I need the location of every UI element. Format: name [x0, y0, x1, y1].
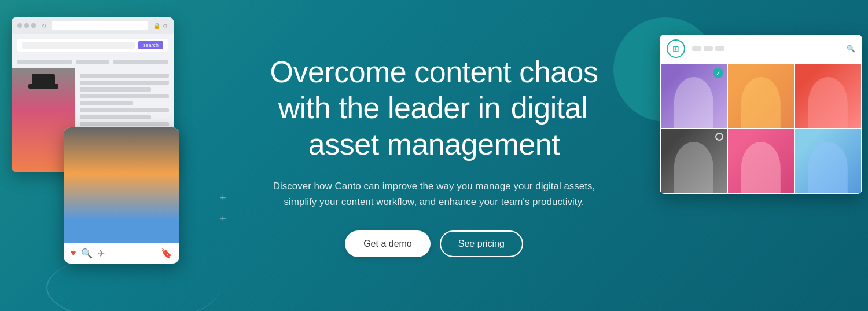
text-line-4	[80, 94, 169, 98]
nav-line-3	[113, 60, 168, 64]
settings-icon: ⚙	[163, 23, 168, 29]
dam-view-icon: ⊞	[667, 39, 685, 58]
nav-line-2	[76, 60, 109, 64]
heart-icon: ♥	[71, 248, 76, 259]
person-shape-4	[674, 142, 713, 193]
get-demo-button[interactable]: Get a demo	[345, 230, 431, 257]
toolbar-dot-1	[692, 46, 701, 51]
search-button-mock: search	[138, 41, 163, 49]
grid-cell-2	[728, 64, 794, 128]
grid-view-icon: ⊞	[672, 44, 679, 53]
asset-image-grid: ✓	[660, 63, 862, 194]
plus-icon-1: +	[220, 193, 226, 203]
social-media-image	[64, 127, 179, 243]
text-line-7	[80, 115, 151, 119]
dam-search: 🔍	[847, 45, 855, 53]
person-shape-2	[741, 77, 781, 128]
text-line-8	[80, 122, 169, 126]
cta-button-group: Get a demo See pricing	[270, 230, 598, 257]
see-pricing-button[interactable]: See pricing	[440, 230, 523, 257]
hat-brim	[28, 84, 58, 89]
grid-cell-4	[661, 129, 727, 193]
hero-section: + + ↻ 🔒 ⚙ search	[0, 0, 868, 311]
hero-subheadline: Discover how Canto can improve the way y…	[270, 178, 598, 210]
grid-cell-5	[728, 129, 794, 193]
grid-cell-1: ✓	[661, 64, 727, 128]
selection-circle-4	[715, 133, 723, 141]
browser-action-icons: 🔒 ⚙	[153, 23, 168, 29]
browser-dot-1	[17, 23, 22, 28]
selection-checkmark-1: ✓	[713, 68, 723, 78]
text-line-2	[80, 81, 169, 85]
plus-icon-2: +	[220, 214, 226, 224]
right-dam-mockup: ⊞ 🔍 ✓	[660, 35, 862, 194]
search-icon: 🔍	[81, 248, 93, 259]
search-input-mock	[22, 42, 135, 49]
text-line-1	[80, 74, 169, 78]
person-shape-5	[741, 142, 781, 193]
headline-highlight: digital	[509, 91, 590, 125]
grid-cell-6	[795, 129, 861, 193]
toolbar-dot-3	[715, 46, 724, 51]
browser-dot-3	[31, 23, 36, 28]
hero-headline: Overcome content chaos with the leader i…	[270, 54, 598, 162]
browser-url-bar	[52, 21, 148, 30]
browser-dot-2	[24, 23, 29, 28]
search-magnifier-icon: 🔍	[847, 45, 855, 53]
browser-window-controls	[17, 23, 36, 28]
nav-line-1	[17, 60, 72, 64]
dancing-person-image	[64, 127, 179, 243]
person-shape-1	[674, 77, 713, 128]
refresh-icon: ↻	[42, 23, 46, 29]
headline-line-1: Overcome content chaos	[270, 55, 598, 89]
social-media-footer: ♥ 🔍 ✈ 🔖	[64, 243, 179, 264]
text-line-6	[80, 108, 169, 112]
bookmark-icon: 🔖	[161, 248, 172, 259]
headline-line-2: with the leader in digital	[278, 91, 590, 125]
lock-icon: 🔒	[153, 23, 160, 29]
browser-toolbar: ↻ 🔒 ⚙	[12, 17, 174, 34]
social-action-icons: ♥ 🔍 ✈	[71, 248, 105, 259]
text-line-3	[80, 87, 151, 92]
share-icon: ✈	[97, 248, 105, 259]
hero-center-content: Overcome content chaos with the leader i…	[258, 54, 609, 258]
decorative-plus-signs: + +	[220, 193, 226, 224]
dam-toolbar: ⊞ 🔍	[660, 35, 862, 63]
person-shape-3	[808, 77, 848, 128]
left-social-mockup: ♥ 🔍 ✈ 🔖	[64, 127, 179, 264]
text-line-5	[80, 101, 133, 105]
browser-search-bar: search	[17, 39, 168, 52]
grid-cell-3	[795, 64, 861, 128]
toolbar-dots	[692, 46, 724, 51]
headline-line-3: asset management	[308, 127, 560, 161]
toolbar-dot-2	[704, 46, 713, 51]
person-shape-6	[808, 142, 848, 193]
browser-nav-lines	[12, 56, 174, 68]
